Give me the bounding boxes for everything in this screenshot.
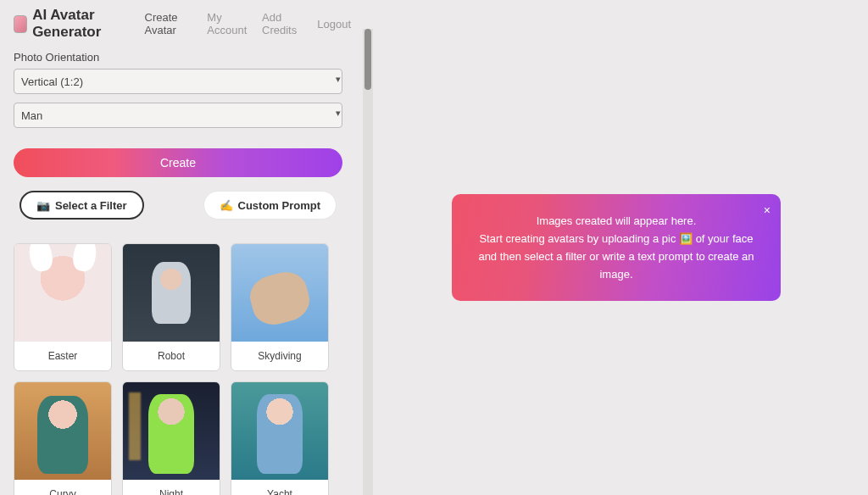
info-line-3: and then select a filter or write a text… (476, 248, 757, 284)
info-line-2: Start creating avatars by uploading a pi… (476, 231, 757, 248)
custom-prompt-button[interactable]: ✍️ Custom Prompt (203, 191, 337, 220)
avatar-thumb (14, 244, 111, 342)
app-title: AI Avatar Generator (32, 7, 132, 41)
filter-card-easter[interactable]: Easter (14, 243, 112, 371)
nav-my-account[interactable]: My Account (207, 11, 250, 36)
info-line-1: Images created will appear here. (476, 213, 757, 231)
filter-label: Easter (14, 342, 111, 370)
filter-card-night[interactable]: Night (122, 381, 220, 495)
camera-icon: 📷 (36, 199, 50, 212)
filter-label: Robot (123, 342, 220, 370)
avatar-thumb (123, 382, 220, 480)
select-filter-button[interactable]: 📷 Select a Filter (19, 191, 144, 220)
logo-block: AI Avatar Generator (14, 7, 133, 41)
gender-select[interactable]: Man (14, 103, 342, 128)
filter-card-yacht[interactable]: Yacht (231, 381, 329, 495)
filter-label: Curvy (14, 480, 111, 495)
nav-add-credits[interactable]: Add Credits (262, 11, 305, 36)
custom-prompt-label: Custom Prompt (238, 199, 321, 212)
close-icon[interactable]: × (764, 201, 771, 220)
right-panel: × Images created will appear here. Start… (364, 0, 868, 495)
picture-icon: 🖼️ (679, 232, 693, 245)
avatar-thumb (231, 382, 328, 480)
left-panel: AI Avatar Generator Create Avatar My Acc… (0, 0, 364, 495)
orientation-label: Photo Orientation (14, 51, 351, 64)
action-row: 📷 Select a Filter ✍️ Custom Prompt (14, 191, 342, 220)
nav-create-avatar[interactable]: Create Avatar (145, 11, 196, 36)
avatar-thumb (14, 382, 111, 480)
avatar-thumb (123, 244, 220, 342)
filter-label: Night (123, 480, 220, 495)
filter-card-robot[interactable]: Robot (122, 243, 220, 371)
filter-label: Yacht (231, 480, 328, 495)
info-card: × Images created will appear here. Start… (452, 194, 781, 300)
logo-icon (14, 15, 27, 33)
avatar-thumb (231, 244, 328, 342)
orientation-select[interactable]: Vertical (1:2) (14, 69, 342, 94)
nav-logout[interactable]: Logout (317, 18, 351, 31)
header: AI Avatar Generator Create Avatar My Acc… (14, 7, 351, 41)
filter-label: Skydiving (231, 342, 328, 370)
create-button[interactable]: Create (14, 148, 342, 177)
filter-grid: Easter Robot Skydiving Curvy Night Yacht (14, 243, 342, 495)
select-filter-label: Select a Filter (55, 199, 127, 212)
filter-card-curvy[interactable]: Curvy (14, 381, 112, 495)
pen-icon: ✍️ (220, 199, 233, 212)
filter-card-skydiving[interactable]: Skydiving (231, 243, 329, 371)
